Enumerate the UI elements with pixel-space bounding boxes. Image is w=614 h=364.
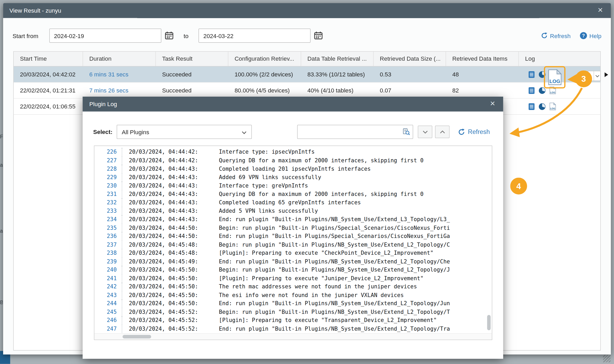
log-line-number: 227: [94, 156, 117, 165]
column-task-result[interactable]: Task Result: [156, 52, 228, 66]
log-line: 24420/03/2024, 04:45:50:End: run plugin …: [94, 299, 486, 308]
log-message: Begin: run plugin "Built-in Plugins/Spec…: [219, 223, 450, 232]
log-line-number: 233: [94, 207, 117, 215]
select-label: Select:: [93, 125, 112, 139]
log-line: 24720/03/2024, 04:45:52:End: run plugin …: [94, 325, 486, 333]
log-line-number: 244: [94, 299, 117, 308]
log-timestamp: 20/03/2024, 04:45:48:: [129, 249, 219, 257]
log-timestamp: 20/03/2024, 04:45:50:: [129, 283, 219, 291]
background-text-fragment: F: [0, 134, 3, 140]
refresh-icon: [458, 128, 465, 136]
refresh-button[interactable]: Refresh: [541, 32, 571, 39]
svg-text:LOG: LOG: [549, 79, 560, 84]
log-timestamp: 20/03/2024, 04:45:52:: [129, 308, 219, 316]
log-line: 23620/03/2024, 04:44:50:End: run plugin …: [94, 232, 486, 240]
log-timestamp: 20/03/2024, 04:45:52:: [129, 325, 219, 333]
log-timestamp: 20/03/2024, 04:44:42:: [129, 156, 219, 165]
horizontal-scrollbar[interactable]: [94, 333, 492, 340]
log-line: 24220/03/2024, 04:45:50:The reth mac add…: [94, 283, 486, 291]
horizontal-scrollbar-thumb[interactable]: [122, 335, 151, 338]
column-data-table-retrieval[interactable]: Data Table Retrieval ...: [301, 52, 374, 66]
cell-log: LOG: [519, 98, 600, 114]
log-line-number: 245: [94, 308, 117, 316]
log-line-number: 228: [94, 165, 117, 173]
close-icon[interactable]: ×: [487, 97, 499, 112]
plugin-select-value: All Plugins: [122, 128, 242, 135]
log-message: End: run plugin "Built-in Plugins/NB_Sys…: [219, 257, 450, 266]
log-refresh-button[interactable]: Refresh: [458, 125, 490, 139]
cell-data-table-retrieval: 40% (4/10 tables): [301, 82, 374, 98]
log-line-number: 235: [94, 223, 117, 232]
log-timestamp: 20/03/2024, 04:44:43:: [129, 165, 219, 173]
column-retrieved-data-size[interactable]: Retrieved Data Size (...: [373, 52, 446, 66]
log-search: [297, 125, 413, 139]
end-date-input[interactable]: [199, 29, 311, 43]
log-icon-highlight: LOG: [544, 66, 565, 89]
start-calendar-button[interactable]: [165, 31, 173, 40]
log-line: 22820/03/2024, 04:44:43:Completed loadin…: [94, 165, 486, 173]
log-message: Begin: run plugin "Built-in Plugins/NB_S…: [219, 240, 450, 249]
column-retrieved-data-items[interactable]: Retrieved Data Items: [446, 52, 519, 66]
log-timestamp: 20/03/2024, 04:45:49:: [129, 257, 219, 266]
log-line: 24320/03/2024, 04:45:50:The esi info wer…: [94, 291, 486, 299]
log-timestamp: 20/03/2024, 04:44:43:: [129, 173, 219, 181]
log-message: [Plugin]: Preparing to execute "CheckPoi…: [219, 249, 433, 257]
resize-grip[interactable]: [603, 355, 610, 362]
log-file-icon[interactable]: LOG: [549, 102, 556, 110]
refresh-label: Refresh: [550, 32, 571, 39]
calendar-icon: [165, 31, 173, 39]
table-row[interactable]: 20/03/2024, 04:42:02 6 mins 31 secs Succ…: [14, 66, 600, 82]
table-row[interactable]: 22/02/2024, 01:21:31 7 mins 26 secs Succ…: [14, 82, 600, 98]
panel-expand-arrow-icon[interactable]: [605, 72, 608, 77]
search-icon[interactable]: [403, 128, 410, 137]
log-line: 24520/03/2024, 04:45:52:Begin: run plugi…: [94, 308, 486, 316]
find-previous-button[interactable]: [435, 126, 449, 138]
log-timestamp: 20/03/2024, 04:45:50:: [129, 274, 219, 283]
plugin-log-controls: Select: All Plugins: [93, 125, 493, 139]
chevron-down-icon: [242, 128, 247, 135]
log-file-icon-large[interactable]: LOG: [548, 69, 562, 86]
log-line: 23420/03/2024, 04:44:43:End: run plugin …: [94, 215, 486, 223]
column-log[interactable]: Log: [519, 52, 600, 66]
close-icon[interactable]: ×: [595, 3, 606, 18]
log-timestamp: 20/03/2024, 04:44:42:: [129, 148, 219, 156]
column-start-time[interactable]: Start Time: [14, 52, 83, 66]
log-line-number: 230: [94, 181, 117, 190]
duration-link[interactable]: 7 mins 26 secs: [83, 82, 156, 98]
log-search-input[interactable]: [297, 125, 413, 139]
log-line-number: 236: [94, 232, 117, 240]
document-icon[interactable]: [528, 103, 535, 110]
log-line-number: 238: [94, 249, 117, 257]
vertical-scrollbar-thumb[interactable]: [487, 315, 490, 330]
dialog-titlebar: Plugin Log ×: [83, 97, 503, 112]
screen: F a a B View Result - zunyu × Start from: [0, 0, 614, 364]
log-line-number: 229: [94, 173, 117, 181]
column-config-retrieval[interactable]: Configuration Retriev...: [228, 52, 301, 66]
help-button[interactable]: ? Help: [580, 32, 602, 39]
document-icon[interactable]: [528, 87, 535, 94]
end-calendar-button[interactable]: [314, 31, 323, 40]
log-message: Completed loading 201 ipsecVpnIntfs inte…: [219, 165, 371, 173]
find-next-button[interactable]: [418, 126, 432, 138]
log-timestamp: 20/03/2024, 04:44:50:: [129, 232, 219, 240]
log-message: End: run plugin "Built-in Plugins/Specia…: [219, 232, 450, 240]
plugin-select-dropdown[interactable]: All Plugins: [117, 125, 252, 139]
svg-text:LOG: LOG: [550, 91, 555, 94]
log-line-number: 232: [94, 198, 117, 207]
log-lines: 22620/03/2024, 04:44:42:Interface type: …: [94, 148, 486, 333]
log-line-number: 242: [94, 283, 117, 291]
log-message: Interface type: ipsecVpnIntfs: [219, 148, 315, 156]
duration-link[interactable]: 6 mins 31 secs: [83, 66, 156, 82]
step-3-badge: 3: [575, 70, 592, 87]
document-icon[interactable]: [528, 71, 535, 78]
start-date-input[interactable]: [49, 29, 161, 43]
log-line: 23520/03/2024, 04:44:50:Begin: run plugi…: [94, 223, 486, 232]
step-4-badge: 4: [510, 178, 527, 194]
log-line: 23020/03/2024, 04:44:43:Interface type: …: [94, 181, 486, 190]
cell-data-items: 82: [446, 82, 519, 98]
data-pie-icon[interactable]: [538, 103, 546, 110]
column-duration[interactable]: Duration: [83, 52, 156, 66]
window-titlebar: View Result - zunyu ×: [3, 3, 611, 18]
log-message: The esi info were not found in the junip…: [219, 291, 404, 299]
log-line-number: 246: [94, 316, 117, 325]
